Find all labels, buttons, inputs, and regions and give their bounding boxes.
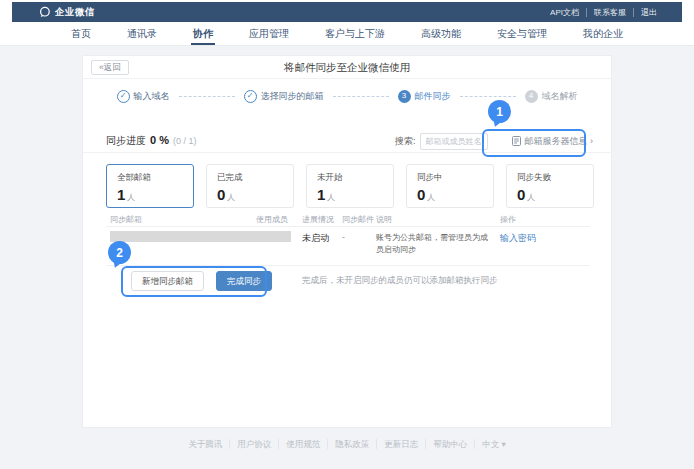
progress-row: 同步进度 0 % (0 / 1) 搜索: 邮箱服务器信息 › xyxy=(106,128,593,154)
step-label: 邮件同步 xyxy=(415,90,451,103)
nav-item-security-management[interactable]: 安全与管理 xyxy=(497,22,547,45)
progress-right: 搜索: 邮箱服务器信息 › xyxy=(395,133,593,150)
progress-percent: 0 % xyxy=(150,134,169,146)
header-description: 说明 xyxy=(376,214,500,225)
mail-server-info-link[interactable]: 邮箱服务器信息 › xyxy=(512,135,594,148)
nav-item-my-enterprise[interactable]: 我的企业 xyxy=(583,22,623,45)
progress-label: 同步进度 xyxy=(106,134,146,148)
stats-row: 全部邮箱 1人 已完成 0人 未开始 1人 同步中 0人 同步失败 0人 xyxy=(106,164,594,208)
nav-item-app-management[interactable]: 应用管理 xyxy=(249,22,289,45)
nav-item-home[interactable]: 首页 xyxy=(71,22,91,45)
nav-item-advanced-features[interactable]: 高级功能 xyxy=(421,22,461,45)
step-label: 输入域名 xyxy=(134,90,170,103)
stat-value: 1人 xyxy=(317,187,383,202)
stat-card-syncing[interactable]: 同步中 0人 xyxy=(406,164,494,208)
topbar-links: API文档 联系客服 退出 xyxy=(543,8,664,17)
header-synced-mail: 同步邮件 xyxy=(342,214,376,225)
logout-link[interactable]: 退出 xyxy=(634,8,664,17)
footer-link-privacy-policy[interactable]: 隐私政策 xyxy=(328,439,377,449)
stepper: ✓ 输入域名 ✓ 选择同步的邮箱 3 邮件同步 4 域名解析 xyxy=(83,88,611,104)
step-choose-mailboxes: ✓ 选择同步的邮箱 xyxy=(244,90,324,103)
header-sync-mailbox: 同步邮箱 xyxy=(106,214,256,225)
stat-value: 0人 xyxy=(217,187,283,202)
stat-card-sync-failed[interactable]: 同步失败 0人 xyxy=(506,164,594,208)
search-input[interactable] xyxy=(420,133,488,150)
step-mail-sync: 3 邮件同步 xyxy=(398,90,451,103)
cell-description: 账号为公共邮箱，需管理员为成员启动同步 xyxy=(376,232,500,257)
add-sync-mailbox-button[interactable]: 新增同步邮箱 xyxy=(131,271,204,291)
actions-row: 新增同步邮箱 完成同步 完成后，未开启同步的成员仍可以添加邮箱执行同步 xyxy=(131,271,498,291)
wework-logo: 企业微信 xyxy=(38,6,95,19)
nav-item-contacts[interactable]: 通讯录 xyxy=(127,22,157,45)
step-number-icon: 3 xyxy=(398,90,411,103)
stat-card-not-started[interactable]: 未开始 1人 xyxy=(306,164,394,208)
stat-value: 0人 xyxy=(517,187,583,202)
actions-hint: 完成后，未开启同步的成员仍可以添加邮箱执行同步 xyxy=(302,275,498,287)
annotation-marker-1: 1 xyxy=(488,100,511,123)
step-connector xyxy=(179,96,235,97)
stat-label: 未开始 xyxy=(317,172,383,184)
stat-unit: 人 xyxy=(427,193,435,202)
stat-unit: 人 xyxy=(527,193,535,202)
finish-sync-button[interactable]: 完成同步 xyxy=(216,271,272,291)
table-row: 未启动 - 账号为公共邮箱，需管理员为成员启动同步 输入密码 xyxy=(106,227,590,266)
footer-link-help-center[interactable]: 帮助中心 xyxy=(426,439,475,449)
stat-label: 已完成 xyxy=(217,172,283,184)
header-member: 使用成员 xyxy=(256,214,302,225)
step-enter-domain: ✓ 输入域名 xyxy=(117,90,170,103)
topbar: 企业微信 API文档 联系客服 退出 xyxy=(12,2,682,22)
document-icon xyxy=(512,136,521,146)
nav-item-customers[interactable]: 客户与上下游 xyxy=(325,22,385,45)
mail-server-info-label: 邮箱服务器信息 › xyxy=(525,135,594,148)
stat-label: 同步失败 xyxy=(517,172,583,184)
step-connector xyxy=(333,96,389,97)
progress-count: (0 / 1) xyxy=(173,136,197,146)
stat-label: 全部邮箱 xyxy=(117,172,183,184)
redacted-email-cell xyxy=(110,231,291,242)
footer-link-changelog[interactable]: 更新日志 xyxy=(377,439,426,449)
cell-status: 未启动 xyxy=(302,232,342,257)
page-title: 将邮件同步至企业微信使用 xyxy=(83,56,611,79)
step-label: 域名解析 xyxy=(542,90,578,103)
mail-sync-card: «返回 将邮件同步至企业微信使用 ✓ 输入域名 ✓ 选择同步的邮箱 3 邮件同步… xyxy=(82,55,612,428)
chat-bubble-icon xyxy=(38,6,51,19)
stat-unit: 人 xyxy=(327,193,335,202)
card-header: «返回 将邮件同步至企业微信使用 xyxy=(83,56,611,79)
stat-value: 0人 xyxy=(417,187,483,202)
check-icon: ✓ xyxy=(117,90,130,103)
footer-link-about-tencent[interactable]: 关于腾讯 xyxy=(181,439,230,449)
back-button[interactable]: «返回 xyxy=(91,60,129,75)
stat-unit: 人 xyxy=(227,193,235,202)
footer-link-usage-rules[interactable]: 使用规范 xyxy=(279,439,328,449)
step-number-icon: 4 xyxy=(525,90,538,103)
stat-unit: 人 xyxy=(127,193,135,202)
step-domain-resolution: 4 域名解析 xyxy=(525,90,578,103)
contact-support-link[interactable]: 联系客服 xyxy=(587,8,634,17)
footer-link-user-agreement[interactable]: 用户协议 xyxy=(230,439,279,449)
cell-synced-mail: - xyxy=(342,232,376,257)
api-docs-link[interactable]: API文档 xyxy=(543,8,587,17)
annotation-marker-2: 2 xyxy=(108,241,131,264)
header-action: 操作 xyxy=(500,214,590,225)
header-progress-status: 进展情况 xyxy=(302,214,342,225)
stat-label: 同步中 xyxy=(417,172,483,184)
stat-value: 1人 xyxy=(117,187,183,202)
logo-text: 企业微信 xyxy=(55,6,95,19)
step-connector xyxy=(460,96,516,97)
sync-progress: 同步进度 0 % (0 / 1) xyxy=(106,134,196,148)
enter-password-link[interactable]: 输入密码 xyxy=(500,233,536,243)
check-icon: ✓ xyxy=(244,90,257,103)
language-selector[interactable]: 中文 ▾ xyxy=(475,439,513,449)
nav-item-collaboration[interactable]: 协作 xyxy=(193,22,213,45)
table-header: 同步邮箱 使用成员 进展情况 同步邮件 说明 操作 xyxy=(106,212,590,227)
stat-card-all-mailboxes[interactable]: 全部邮箱 1人 xyxy=(106,164,194,208)
footer: 关于腾讯用户协议使用规范隐私政策更新日志帮助中心中文 ▾ xyxy=(0,439,694,451)
mailbox-table: 同步邮箱 使用成员 进展情况 同步邮件 说明 操作 未启动 - 账号为公共邮箱，… xyxy=(106,212,590,266)
divider xyxy=(83,152,611,153)
step-label: 选择同步的邮箱 xyxy=(261,90,324,103)
main-nav: 首页 通讯录 协作 应用管理 客户与上下游 高级功能 安全与管理 我的企业 xyxy=(0,22,694,46)
stat-card-completed[interactable]: 已完成 0人 xyxy=(206,164,294,208)
search-label: 搜索: xyxy=(395,135,416,148)
